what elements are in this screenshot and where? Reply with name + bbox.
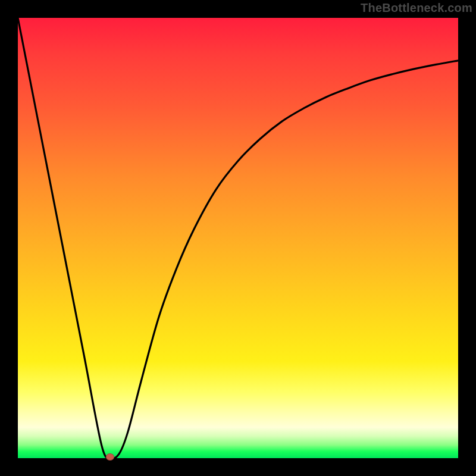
- plot-area: [18, 18, 458, 458]
- gradient-background: [18, 18, 458, 458]
- chart-frame: TheBottleneck.com: [0, 0, 476, 476]
- watermark-text: TheBottleneck.com: [361, 1, 472, 15]
- optimum-marker: [106, 453, 114, 461]
